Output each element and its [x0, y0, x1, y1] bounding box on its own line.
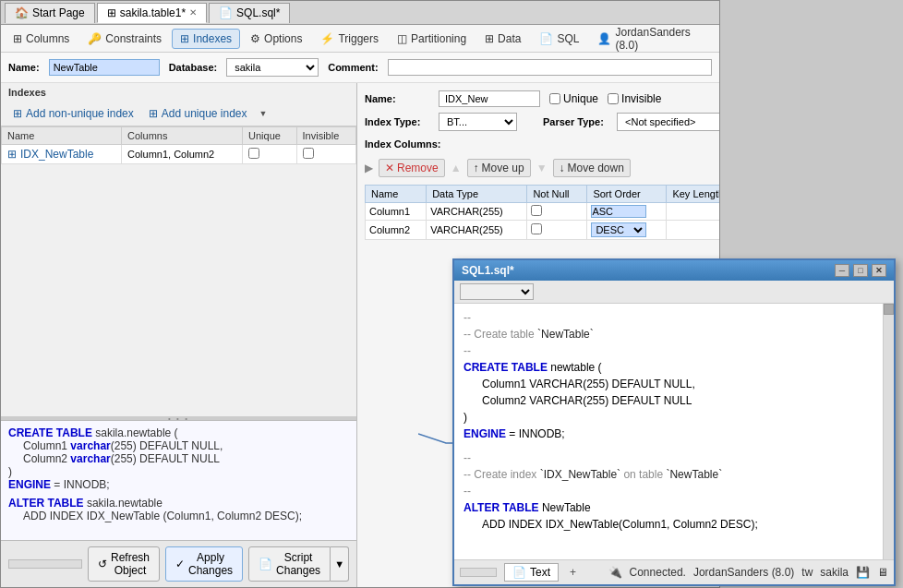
sql-popup-line: -- Create index `IDX_NewTable` on table …: [464, 466, 873, 483]
triggers-label: Triggers: [338, 32, 379, 45]
tab-table1[interactable]: ⊞ sakila.table1* ✕: [97, 3, 207, 23]
restore-btn[interactable]: □: [853, 264, 868, 277]
data-label: Data: [498, 32, 521, 45]
sql-popup-body: -- -- Create table `NewTable` -- CREATE …: [454, 304, 894, 559]
close-btn[interactable]: ✕: [872, 264, 886, 277]
tab-sql[interactable]: 📄 SQL.sql*: [209, 3, 290, 23]
sql-text-tab[interactable]: 📄 Text: [504, 563, 559, 582]
database-label: Database:: [169, 62, 218, 73]
index-name-input[interactable]: [439, 90, 540, 107]
col1-notnull[interactable]: [531, 205, 542, 216]
sql-popup-line: --: [464, 342, 873, 359]
tab-close-table1[interactable]: ✕: [189, 7, 197, 18]
col-header-notnull: Not Null: [527, 186, 587, 203]
constraints-icon: 🔑: [88, 32, 102, 45]
sql-main-label: SQL: [557, 32, 579, 45]
col-invisible-header: Invisible: [296, 127, 356, 145]
columns-label: Columns: [26, 32, 69, 45]
add-dropdown-arrow[interactable]: ▼: [259, 109, 268, 118]
index-type-select[interactable]: BT... HASH FULLTEXT: [439, 113, 517, 131]
col-header-sortorder: Sort Order: [587, 186, 667, 203]
table1-icon: ⊞: [107, 6, 116, 19]
name-input[interactable]: [49, 59, 160, 76]
sql-panel: CREATE TABLE sakila.newtable ( Column1 v…: [1, 420, 356, 540]
move-down-icon: ↓: [560, 162, 565, 174]
invisible-checkbox[interactable]: [608, 93, 619, 104]
add-tab-btn[interactable]: +: [566, 564, 580, 581]
user-label: JordanSanders (8.0): [615, 26, 707, 52]
sql-tab-icon: 📄: [219, 6, 233, 19]
tab-start[interactable]: 🏠 Start Page: [5, 3, 95, 23]
sql-popup-bottom: 📄 Text + 🔌 Connected. JordanSanders (8.0…: [454, 559, 894, 584]
invisible-check-label: Invisible: [608, 92, 661, 105]
table-row[interactable]: Column2 VARCHAR(255) DESC ASC 0: [366, 221, 719, 240]
parser-type-select[interactable]: <Not specified>: [617, 113, 719, 131]
toolbar-tabs: ⊞ Columns 🔑 Constraints ⊞ Indexes ⚙ Opti…: [1, 25, 719, 53]
sql-popup-line: --: [464, 309, 873, 326]
data-icon: ⊞: [485, 32, 494, 45]
col2-keylength: 0: [667, 221, 719, 240]
tab-sql-main[interactable]: 📄 SQL: [531, 29, 587, 49]
tab-data[interactable]: ⊞ Data: [476, 29, 529, 49]
col2-sort[interactable]: DESC ASC: [591, 222, 646, 237]
col1-sort[interactable]: [591, 205, 646, 218]
sql-toolbar-select[interactable]: [460, 283, 534, 300]
table1-label: sakila.table1*: [120, 6, 186, 19]
unique-checkbox[interactable]: [549, 93, 560, 104]
index-columns-toolbar: ▶ ✕ Remove ▲ ↑ Move up ▼ ↓ Move down: [365, 157, 719, 179]
move-up-btn[interactable]: ↑ Move up: [467, 159, 531, 177]
sql-vertical-scrollbar[interactable]: [883, 304, 894, 559]
sql-popup-line: Column1 VARCHAR(255) DEFAULT NULL,: [464, 376, 873, 392]
horizontal-scrollbar[interactable]: [8, 559, 82, 569]
tab-options[interactable]: ⚙ Options: [242, 29, 310, 49]
index-row-name: IDX_NewTable: [20, 148, 93, 161]
script-changes-dropdown[interactable]: ▼: [331, 546, 349, 582]
sql-popup-content[interactable]: -- -- Create table `NewTable` -- CREATE …: [454, 304, 883, 559]
add-non-unique-btn[interactable]: ⊞ Add non-unique index: [8, 104, 138, 123]
sql-popup-line: ): [464, 409, 873, 426]
col2-type: VARCHAR(255): [427, 221, 527, 240]
sql-popup-line: ALTER TABLE NewTable: [464, 499, 873, 516]
indexes-label: Indexes: [193, 32, 232, 45]
minimize-btn[interactable]: ─: [835, 264, 849, 277]
index-table: Name Columns Unique Invisible ⊞IDX_NewTa…: [1, 126, 356, 416]
status-icon: 🔌: [608, 566, 622, 579]
apply-label: Apply Changes: [188, 551, 233, 577]
table-row[interactable]: Column1 VARCHAR(255) 0: [366, 203, 719, 221]
col-name-header: Name: [2, 127, 122, 145]
tab-constraints[interactable]: 🔑 Constraints: [79, 29, 170, 49]
start-page-label: Start Page: [32, 6, 85, 19]
refresh-icon: ↺: [98, 558, 107, 570]
index-name-label: Name:: [365, 93, 429, 104]
remove-column-btn[interactable]: ✕ Remove: [379, 159, 445, 177]
apply-changes-button[interactable]: ✓ Apply Changes: [165, 546, 243, 582]
index-row-invisible-check[interactable]: [303, 148, 314, 159]
tab-partitioning[interactable]: ◫ Partitioning: [389, 29, 475, 49]
options-icon: ⚙: [250, 32, 260, 45]
scroll-thumb[interactable]: [884, 304, 894, 315]
col2-notnull[interactable]: [531, 223, 542, 234]
index-type-row: Index Type: BT... HASH FULLTEXT Parser T…: [365, 113, 719, 131]
tab-triggers[interactable]: ⚡ Triggers: [312, 29, 387, 49]
move-down-btn[interactable]: ↓ Move down: [553, 159, 631, 177]
index-row-unique-check[interactable]: [248, 148, 259, 159]
col1-type: VARCHAR(255): [427, 203, 527, 221]
add-unique-btn[interactable]: ⊞ Add unique index: [144, 104, 252, 123]
sql-h-scrollbar[interactable]: [460, 568, 497, 577]
refresh-object-button[interactable]: ↺ Refresh Object: [88, 546, 160, 582]
sql-popup-titlebar: SQL1.sql* ─ □ ✕: [454, 260, 894, 281]
constraints-label: Constraints: [105, 32, 162, 45]
comment-input[interactable]: [388, 59, 712, 76]
start-page-icon: 🏠: [15, 6, 29, 19]
apply-icon: ✓: [175, 558, 185, 570]
tab-columns[interactable]: ⊞ Columns: [5, 29, 78, 49]
database-select[interactable]: sakila mysql information_schema: [226, 58, 319, 77]
col2-name: Column2: [366, 221, 427, 240]
tab-user[interactable]: 👤 JordanSanders (8.0): [589, 22, 716, 55]
add-buttons-row: ⊞ Add non-unique index ⊞ Add unique inde…: [1, 102, 356, 126]
sql-popup-line: -- Create table `NewTable`: [464, 326, 873, 342]
script-changes-button[interactable]: 📄 Script Changes: [248, 546, 331, 582]
table-row[interactable]: ⊞IDX_NewTable Column1, Column2: [2, 145, 356, 164]
tab-indexes[interactable]: ⊞ Indexes: [172, 29, 240, 49]
sql-line-create: CREATE TABLE sakila.newtable (: [8, 426, 349, 439]
